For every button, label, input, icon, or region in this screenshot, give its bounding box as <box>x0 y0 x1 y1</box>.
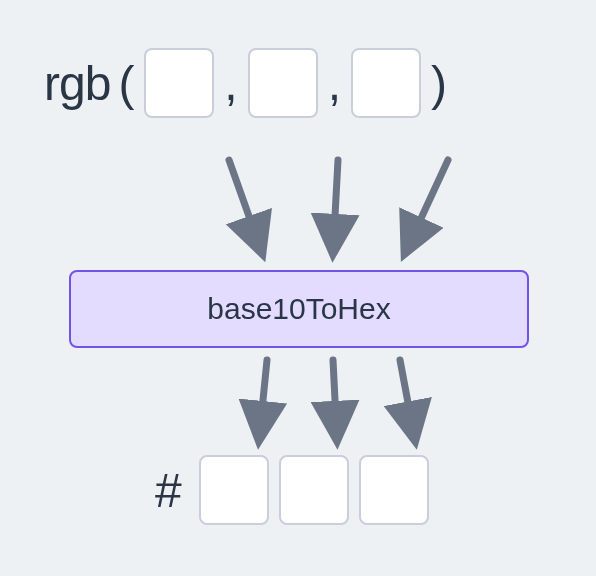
arrow-fn-to-hex1 <box>259 360 267 440</box>
rgb-label: rgb <box>44 56 110 111</box>
rgb-input-g[interactable] <box>248 48 318 118</box>
function-label: base10ToHex <box>207 292 390 326</box>
rgb-input-row: rgb ( , , ) <box>44 48 451 118</box>
open-paren: ( <box>114 56 138 111</box>
hex-output-row: # <box>155 455 434 525</box>
arrow-b-to-fn <box>405 160 448 253</box>
arrow-r-to-fn <box>229 160 262 253</box>
arrow-g-to-fn <box>333 160 338 253</box>
hex-output-1[interactable] <box>199 455 269 525</box>
rgb-input-r[interactable] <box>144 48 214 118</box>
function-box: base10ToHex <box>69 270 529 348</box>
hex-output-2[interactable] <box>279 455 349 525</box>
close-paren: ) <box>427 56 451 111</box>
hash-symbol: # <box>155 463 182 518</box>
rgb-input-b[interactable] <box>351 48 421 118</box>
comma-1: , <box>220 56 241 111</box>
comma-2: , <box>324 56 345 111</box>
arrow-fn-to-hex3 <box>400 360 415 440</box>
arrow-fn-to-hex2 <box>333 360 337 440</box>
hex-output-3[interactable] <box>359 455 429 525</box>
